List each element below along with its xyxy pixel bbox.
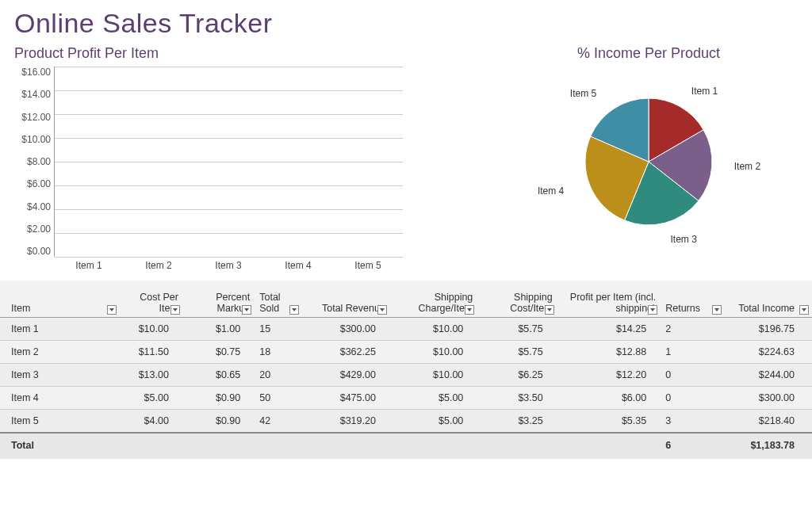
pie-chart: % Income Per Product Item 1Item 2Item 3I… bbox=[522, 45, 776, 241]
pie-label: Item 4 bbox=[538, 185, 564, 197]
column-header-shipchg: Shipping Charge/Item bbox=[390, 281, 477, 318]
cell-shipchg: $10.00 bbox=[390, 341, 477, 364]
cell-item: Item 5 bbox=[0, 410, 120, 434]
sales-table: ItemCost Per ItemPercent MarkupTotal Sol… bbox=[0, 281, 812, 459]
cell-markup: $0.75 bbox=[183, 341, 255, 364]
cell-shipchg: $5.00 bbox=[390, 410, 477, 434]
filter-dropdown-icon[interactable] bbox=[242, 305, 251, 315]
cell-returns: 2 bbox=[661, 318, 724, 341]
column-header-item: Item bbox=[0, 281, 120, 318]
filter-dropdown-icon[interactable] bbox=[545, 305, 554, 315]
cell-cost: $11.50 bbox=[120, 341, 183, 364]
cell-shipcost: $3.25 bbox=[477, 410, 557, 434]
page-title: Online Sales Tracker bbox=[14, 8, 812, 39]
total-cell-shipchg bbox=[390, 433, 477, 459]
cell-shipchg: $10.00 bbox=[390, 364, 477, 387]
table-row[interactable]: Item 5$4.00$0.9042$319.20$5.00$3.25$5.35… bbox=[0, 410, 812, 434]
cell-returns: 0 bbox=[661, 364, 724, 387]
y-tick: $16.00 bbox=[21, 67, 51, 78]
filter-dropdown-icon[interactable] bbox=[648, 305, 657, 315]
cell-shipcost: $5.75 bbox=[477, 341, 557, 364]
pie-label: Item 5 bbox=[570, 88, 596, 99]
table-total-row: Total6$1,183.78 bbox=[0, 433, 812, 459]
column-header-income: Total Income bbox=[725, 281, 812, 318]
cell-item: Item 2 bbox=[0, 341, 120, 364]
total-cell-sold bbox=[255, 433, 302, 459]
filter-dropdown-icon[interactable] bbox=[799, 305, 809, 315]
total-cell-item: Total bbox=[0, 433, 120, 459]
x-label: Item 1 bbox=[54, 260, 124, 271]
total-cell-cost bbox=[120, 433, 183, 459]
cell-sold: 20 bbox=[255, 364, 302, 387]
y-tick: $0.00 bbox=[27, 246, 51, 257]
cell-income: $218.40 bbox=[725, 410, 812, 434]
cell-cost: $13.00 bbox=[120, 364, 183, 387]
cell-returns: 3 bbox=[661, 410, 724, 434]
cell-sold: 50 bbox=[255, 387, 302, 410]
cell-shipcost: $5.75 bbox=[477, 318, 557, 341]
x-label: Item 2 bbox=[124, 260, 193, 271]
cell-cost: $4.00 bbox=[120, 410, 183, 434]
filter-dropdown-icon[interactable] bbox=[712, 305, 722, 315]
filter-dropdown-icon[interactable] bbox=[107, 305, 117, 315]
cell-income: $196.75 bbox=[725, 318, 812, 341]
column-header-shipcost: Shipping Cost/Item bbox=[477, 281, 557, 318]
filter-dropdown-icon[interactable] bbox=[465, 305, 474, 315]
x-label: Item 4 bbox=[263, 260, 333, 271]
sales-table-area: ItemCost Per ItemPercent MarkupTotal Sol… bbox=[0, 281, 812, 459]
cell-shipcost: $3.50 bbox=[477, 387, 557, 410]
cell-returns: 1 bbox=[661, 341, 724, 364]
total-cell-profit bbox=[557, 433, 661, 459]
total-cell-returns: 6 bbox=[661, 433, 724, 459]
cell-income: $224.63 bbox=[725, 341, 812, 364]
cell-revenue: $319.20 bbox=[302, 410, 389, 434]
cell-markup: $1.00 bbox=[183, 318, 255, 341]
filter-dropdown-icon[interactable] bbox=[170, 305, 180, 315]
cell-sold: 18 bbox=[255, 341, 302, 364]
cell-markup: $0.65 bbox=[183, 364, 255, 387]
total-cell-revenue bbox=[302, 433, 389, 459]
filter-dropdown-icon[interactable] bbox=[289, 305, 299, 315]
y-tick: $4.00 bbox=[27, 201, 51, 212]
cell-item: Item 1 bbox=[0, 318, 120, 341]
bar-chart: Product Profit Per Item $16.00$14.00$12.… bbox=[14, 45, 403, 271]
cell-shipchg: $5.00 bbox=[390, 387, 477, 410]
column-header-markup: Percent Markup bbox=[183, 281, 255, 318]
column-header-revenue: Total Revenue bbox=[302, 281, 389, 318]
y-tick: $14.00 bbox=[21, 89, 51, 100]
cell-markup: $0.90 bbox=[183, 387, 255, 410]
cell-profit: $6.00 bbox=[557, 387, 661, 410]
x-label: Item 5 bbox=[333, 260, 403, 271]
y-tick: $12.00 bbox=[21, 112, 51, 123]
cell-shipchg: $10.00 bbox=[390, 318, 477, 341]
cell-revenue: $475.00 bbox=[302, 387, 389, 410]
pie-chart-title: % Income Per Product bbox=[522, 45, 776, 62]
cell-income: $244.00 bbox=[725, 364, 812, 387]
cell-sold: 42 bbox=[255, 410, 302, 434]
table-row[interactable]: Item 3$13.00$0.6520$429.00$10.00$6.25$12… bbox=[0, 364, 812, 387]
pie-label: Item 1 bbox=[691, 86, 718, 97]
cell-sold: 15 bbox=[255, 318, 302, 341]
cell-profit: $12.20 bbox=[557, 364, 661, 387]
pie-label: Item 3 bbox=[671, 234, 697, 245]
y-tick: $8.00 bbox=[27, 156, 51, 167]
total-cell-markup bbox=[183, 433, 255, 459]
cell-profit: $12.88 bbox=[557, 341, 661, 364]
filter-dropdown-icon[interactable] bbox=[377, 305, 387, 315]
cell-item: Item 3 bbox=[0, 364, 120, 387]
y-tick: $2.00 bbox=[27, 223, 51, 235]
cell-returns: 0 bbox=[661, 387, 724, 410]
column-header-profit: Profit per Item (incl. shipping) bbox=[557, 281, 661, 318]
cell-revenue: $300.00 bbox=[302, 318, 389, 341]
table-row[interactable]: Item 2$11.50$0.7518$362.25$10.00$5.75$12… bbox=[0, 341, 812, 364]
total-cell-shipcost bbox=[477, 433, 557, 459]
table-row[interactable]: Item 4$5.00$0.9050$475.00$5.00$3.50$6.00… bbox=[0, 387, 812, 410]
cell-revenue: $362.25 bbox=[302, 341, 389, 364]
cell-shipcost: $6.25 bbox=[477, 364, 557, 387]
column-header-cost: Cost Per Item bbox=[120, 281, 183, 318]
y-tick: $6.00 bbox=[27, 178, 51, 189]
x-label: Item 3 bbox=[193, 260, 263, 271]
cell-cost: $5.00 bbox=[120, 387, 183, 410]
table-row[interactable]: Item 1$10.00$1.0015$300.00$10.00$5.75$14… bbox=[0, 318, 812, 341]
total-cell-income: $1,183.78 bbox=[725, 433, 812, 459]
